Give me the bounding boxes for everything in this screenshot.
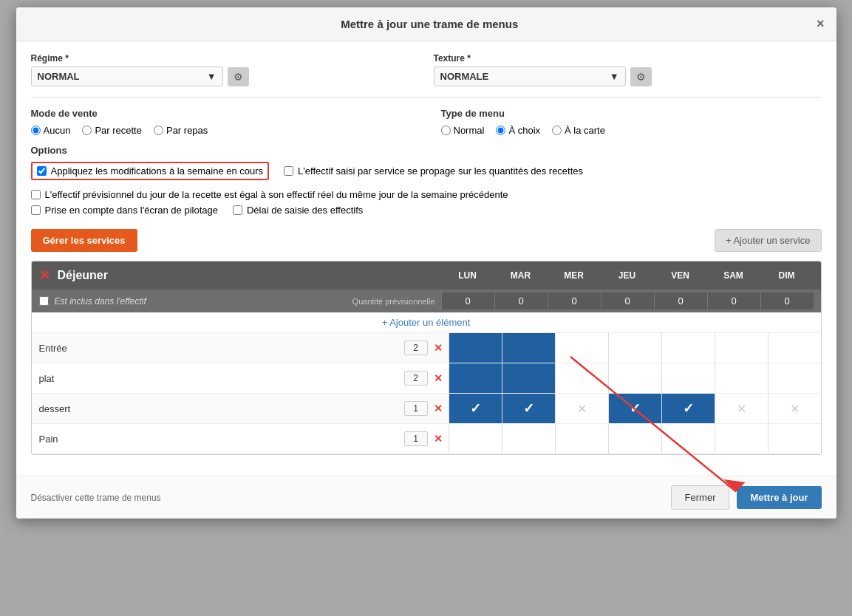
checkbox-semaine-cours[interactable]: Appliquez les modifications à la semaine… <box>31 162 270 180</box>
options-row-1: Appliquez les modifications à la semaine… <box>31 162 822 185</box>
close-button[interactable]: × <box>817 16 825 32</box>
day-cell-pain-mar[interactable] <box>502 424 555 454</box>
day-cell-dessert-lun[interactable]: ✓ <box>449 394 502 423</box>
checkbox-pilotage[interactable]: Prise en compte dans l'écran de pilotage <box>31 205 218 216</box>
radio-normal-input[interactable] <box>441 126 451 135</box>
type-menu-label: Type de menu <box>441 108 822 119</box>
radio-aucun-label: Aucun <box>44 125 71 136</box>
day-dim: DIM <box>760 267 814 284</box>
options-row-3: Prise en compte dans l'écran de pilotage… <box>31 205 822 220</box>
regime-select[interactable]: NORMAL ▼ <box>31 66 223 86</box>
day-cell-entree-jeu[interactable] <box>608 333 661 363</box>
texture-value: NORMALE <box>440 71 489 82</box>
footer-buttons: Fermer Mettre à jour <box>671 485 822 510</box>
day-cell-pain-jeu[interactable] <box>608 424 661 454</box>
crossmark-dessert-dim: ✕ <box>790 402 800 416</box>
day-cell-pain-ven[interactable] <box>661 424 715 454</box>
service-delete-icon[interactable]: ✕ <box>39 267 50 284</box>
item-pain-delete[interactable]: ✕ <box>428 430 449 448</box>
day-cell-dessert-mar[interactable]: ✓ <box>502 394 555 423</box>
radio-aucun-input[interactable] <box>31 126 41 135</box>
day-cell-plat-jeu[interactable] <box>608 363 661 393</box>
radio-a-la-carte-input[interactable] <box>552 126 562 135</box>
day-cell-entree-dim[interactable] <box>768 333 821 363</box>
item-plat-qty[interactable] <box>404 371 428 386</box>
day-cell-pain-lun[interactable] <box>449 424 502 454</box>
item-plat-delete[interactable]: ✕ <box>428 369 449 387</box>
deactivate-link[interactable]: Désactiver cette trame de menus <box>31 493 161 503</box>
item-entree-delete[interactable]: ✕ <box>428 339 449 357</box>
item-pain-qty[interactable] <box>404 431 428 446</box>
radio-aucun[interactable]: Aucun <box>31 125 71 136</box>
radio-a-choix-input[interactable] <box>496 126 505 135</box>
texture-select[interactable]: NORMALE ▼ <box>434 66 626 86</box>
radio-par-repas-input[interactable] <box>154 126 163 135</box>
radio-par-repas[interactable]: Par repas <box>154 125 208 136</box>
include-effectif-checkbox[interactable] <box>39 296 49 306</box>
texture-gear-button[interactable]: ⚙ <box>630 67 652 86</box>
checkbox-effectif-service-input[interactable] <box>284 166 293 176</box>
radio-normal[interactable]: Normal <box>441 125 485 136</box>
checkbox-effectif-previsionnel-label: L'effectif prévisionnel du jour de la re… <box>45 189 508 200</box>
item-dessert-name: dessert <box>32 397 404 420</box>
gerer-services-button[interactable]: Gérer les services <box>31 229 137 252</box>
quantite-label: Quantité prévisionnelle <box>237 297 441 306</box>
day-mer: MER <box>548 267 601 284</box>
options-section: Options Appliquez les modifications à la… <box>31 145 822 220</box>
day-cell-entree-lun[interactable] <box>449 333 502 363</box>
checkbox-effectif-previsionnel[interactable]: L'effectif prévisionnel du jour de la re… <box>31 189 822 200</box>
day-sam: SAM <box>707 267 760 284</box>
item-dessert-delete[interactable]: ✕ <box>428 400 449 417</box>
fermer-button[interactable]: Fermer <box>671 485 730 510</box>
day-cell-plat-dim[interactable] <box>768 363 821 393</box>
checkbox-semaine-cours-input[interactable] <box>37 166 47 176</box>
radio-par-repas-label: Par repas <box>166 125 208 136</box>
actions-row: Gérer les services + Ajouter un service <box>31 229 822 252</box>
day-mar: MAR <box>494 267 548 284</box>
update-button[interactable]: Mettre à jour <box>737 486 821 509</box>
mode-vente-col: Mode de vente Aucun Par recette <box>31 108 412 136</box>
modal-body: Régime * NORMAL ▼ ⚙ Texture * <box>16 41 836 476</box>
qty-jeu: 0 <box>601 292 654 309</box>
day-cell-dessert-ven[interactable]: ✓ <box>661 394 715 423</box>
day-cell-entree-mar[interactable] <box>502 333 555 363</box>
radio-a-la-carte[interactable]: À la carte <box>552 125 605 136</box>
item-entree-days <box>449 333 821 363</box>
qty-mer: 0 <box>548 292 601 309</box>
checkbox-pilotage-input[interactable] <box>31 205 41 215</box>
regime-gear-button[interactable]: ⚙ <box>228 67 249 86</box>
checkbox-delai-saisie-input[interactable] <box>233 205 242 215</box>
day-cell-plat-sam[interactable] <box>715 363 768 393</box>
day-cell-plat-mar[interactable] <box>502 363 555 393</box>
day-cell-dessert-mer[interactable]: ✕ <box>555 394 608 423</box>
texture-group: Texture * NORMALE ▼ ⚙ <box>434 53 822 86</box>
item-dessert-qty[interactable] <box>404 401 428 416</box>
radio-par-recette-input[interactable] <box>82 126 92 135</box>
item-row-plat: plat ✕ <box>32 363 821 394</box>
item-entree-qty[interactable] <box>404 340 428 355</box>
day-cell-dessert-dim[interactable]: ✕ <box>768 394 821 423</box>
radio-a-choix[interactable]: À choix <box>496 125 540 136</box>
checkbox-delai-saisie[interactable]: Délai de saisie des effectifs <box>233 205 363 216</box>
radio-par-recette[interactable]: Par recette <box>82 125 142 136</box>
ajouter-service-button[interactable]: + Ajouter un service <box>715 229 822 252</box>
day-cell-plat-mer[interactable] <box>555 363 608 393</box>
day-cell-plat-ven[interactable] <box>661 363 715 393</box>
day-cell-pain-mer[interactable] <box>555 424 608 454</box>
checkbox-semaine-cours-label: Appliquez les modifications à la semaine… <box>51 165 264 177</box>
day-cell-dessert-jeu[interactable]: ✓ <box>608 394 661 423</box>
day-cell-entree-ven[interactable] <box>661 333 715 363</box>
crossmark-dessert-sam: ✕ <box>737 402 746 416</box>
day-cell-pain-sam[interactable] <box>715 424 768 454</box>
radio-a-la-carte-label: À la carte <box>565 125 605 136</box>
day-cell-plat-lun[interactable] <box>449 363 502 393</box>
day-cell-entree-sam[interactable] <box>715 333 768 363</box>
item-row-entree: Entrée ✕ <box>32 333 821 363</box>
crossmark-dessert-mer: ✕ <box>577 402 587 416</box>
day-cell-dessert-sam[interactable]: ✕ <box>715 394 768 423</box>
add-element-button[interactable]: + Ajouter un élément <box>382 317 471 328</box>
checkbox-effectif-service[interactable]: L'effectif saisi par service se propage … <box>284 165 583 177</box>
checkbox-effectif-previsionnel-input[interactable] <box>31 190 41 199</box>
day-cell-entree-mer[interactable] <box>555 333 608 363</box>
day-cell-pain-dim[interactable] <box>768 424 821 454</box>
